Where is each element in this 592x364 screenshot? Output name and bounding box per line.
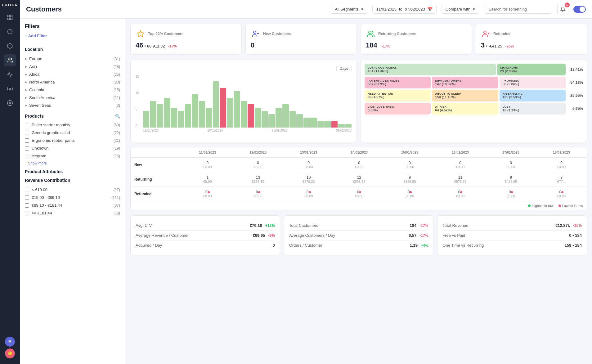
chart-bar[interactable] [192,94,198,128]
product-checkbox[interactable] [25,154,29,158]
table-card: 11/01/202312/01/202313/01/202314/01/2023… [130,147,587,210]
dot-indicator [410,191,412,193]
segment-cell[interactable]: LOYAL CUSTOMERS 161 (11.36%) [365,64,496,75]
segment-cell[interactable]: CANT LOSE THEM 0 (0%) [365,103,431,115]
search-input[interactable] [484,5,552,14]
chart-bar[interactable] [164,98,170,128]
sidebar-icon-dashboard[interactable] [4,11,16,24]
product-checkbox[interactable] [25,131,29,135]
revenue-count: (111) [111,195,120,200]
segment-value: 537 (37.9%) [368,82,428,86]
sidebar-icon-settings[interactable] [4,97,16,109]
date-to: 07/02/2023 [405,7,425,11]
chart-bar[interactable] [199,101,205,128]
chart-bar[interactable] [206,108,212,128]
chart-bar[interactable] [303,118,310,128]
chart-bar[interactable] [331,121,338,128]
dot-indicator [309,191,311,193]
revenue-checkbox[interactable] [25,188,29,192]
location-item[interactable]: ▶Europe(81) [25,55,120,63]
chart-bar[interactable] [262,111,268,128]
cell-value: 0 [358,161,360,165]
segment-pct: 13.41% [567,64,583,75]
svg-rect-3 [11,18,12,20]
chevron-down-icon: ▾ [361,7,363,11]
segment-cell[interactable]: ABOUT TO SLEEP 158 (11.15%) [432,90,498,101]
chart-bar[interactable] [345,124,352,128]
chart-bar[interactable] [185,104,191,128]
location-item[interactable]: ▶North America(20) [25,78,120,86]
chart-bar[interactable] [241,101,247,128]
chart-bar[interactable] [178,111,184,128]
cell-value: 0 [408,190,412,194]
location-list: ▶Europe(81)▶Asia(28)▶Africa(25)▶North Am… [25,55,120,109]
sidebar-icon-reports[interactable] [4,68,16,81]
chart-bar[interactable] [268,114,275,128]
location-item[interactable]: ▶Oceania(15) [25,86,120,94]
legend-dot [528,204,531,207]
chart-bar[interactable] [296,114,303,128]
days-button[interactable]: Days [336,65,352,72]
segment-cell[interactable]: CHAMPIONS 29 (2.05%) [497,64,566,75]
chart-bar[interactable] [234,91,240,128]
chart-bar[interactable] [317,121,324,128]
segment-cell[interactable]: LOST 16 (1.13%) [500,103,566,115]
segment-cell[interactable]: HIBERNATING 135 (9.53%) [500,90,566,101]
segment-cell[interactable]: AT RISK 64 (4.52%) [432,103,498,115]
cell-sub: €0.00 [439,165,482,169]
y-label: 10 [136,91,139,95]
chart-bar[interactable] [310,118,316,128]
products-search-icon[interactable]: 🔍 [115,114,120,119]
segment-cell[interactable]: POTENTIAL LOYALIST 537 (37.9%) [365,77,431,88]
revenue-checkbox[interactable] [25,203,29,208]
chart-bar[interactable] [150,101,156,128]
chart-bar[interactable] [276,108,282,128]
location-count: (20) [114,80,120,84]
compare-selector[interactable]: Compare with ▾ [442,5,479,14]
show-more-button[interactable]: + Show more [25,161,120,165]
chart-bar[interactable] [282,104,289,128]
revenue-checkbox[interactable] [25,211,29,215]
table-cell: 10€879.26 [283,172,334,187]
location-item[interactable]: ▶Asia(28) [25,63,120,70]
chart-bar[interactable] [248,104,254,128]
chart-bar[interactable] [227,98,233,128]
sidebar-icon-revenue[interactable] [4,25,16,38]
segment-cell[interactable]: NEED ATTENTION 69 (4.87%) [365,90,431,101]
location-item[interactable]: ▶Africa(25) [25,70,120,78]
table-header: 11/01/2023 [182,147,233,158]
product-checkbox[interactable] [25,123,29,127]
sidebar-icon-box[interactable] [4,40,16,52]
revenue-range: < €19.00 [32,187,47,192]
user-avatar-m[interactable]: M [5,337,15,347]
revenue-checkbox[interactable] [25,195,29,200]
add-filter-button[interactable]: + Add Filter [25,34,47,38]
chart-bar[interactable] [324,121,330,128]
sidebar-icon-customers[interactable] [4,54,16,66]
chart-bar[interactable] [338,124,344,128]
cell-sub: €385.90 [388,180,431,183]
stats-label: Total Customers [289,223,318,228]
chart-bar[interactable] [255,108,261,128]
chart-bar[interactable] [289,111,296,128]
chart-bar[interactable] [157,104,163,128]
product-checkbox[interactable] [25,146,29,151]
product-checkbox[interactable] [25,138,29,143]
segment-cell[interactable]: NEW CUSTOMERS 147 (10.37%) [432,77,498,88]
segment-cell[interactable]: PROMISING 83 (5.86%) [500,77,566,88]
row-label: Refunded [131,187,182,201]
chart-bar[interactable] [171,108,177,128]
chart-bar[interactable] [143,111,149,128]
location-item[interactable]: ▶South America(11) [25,94,120,101]
sidebar-icon-integrations[interactable] [4,83,16,95]
notification-button[interactable]: 5 [557,4,568,15]
chart-bar[interactable] [220,88,226,128]
table-cell: 9€385.90 [384,172,435,187]
legend-label: Lowest in row [562,204,583,208]
table-scroll[interactable]: 11/01/202312/01/202313/01/202314/01/2023… [131,147,587,201]
theme-toggle[interactable] [573,6,586,13]
segment-selector[interactable]: All Segments ▾ [331,5,367,14]
chart-bar[interactable] [213,81,219,128]
date-range-selector[interactable]: 11/01/2023 to 07/02/2023 📅 [372,5,437,14]
location-item[interactable]: ▶Seven Seas(3) [25,101,120,109]
